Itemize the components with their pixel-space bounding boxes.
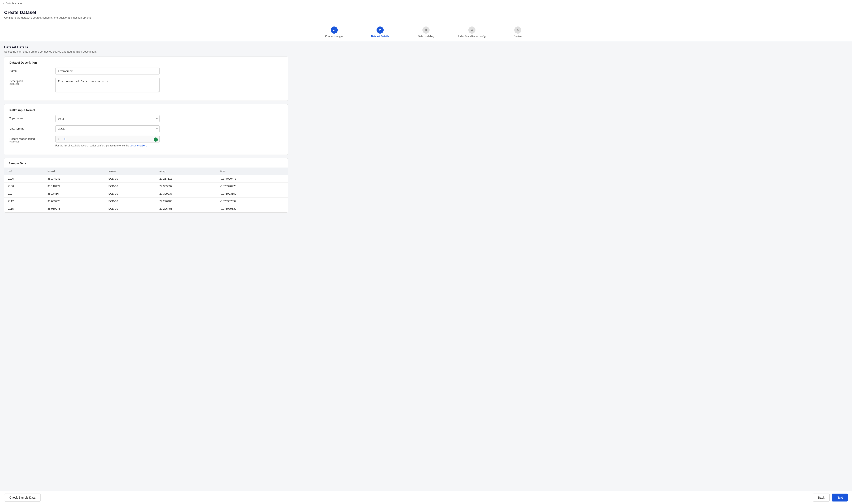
table-cell: 35.069275 [44, 205, 105, 213]
col-sensor: sensor [105, 167, 156, 175]
table-cell: -1877000478 [217, 175, 288, 182]
col-humid: humid [44, 167, 105, 175]
step-1-label: Connection type [325, 35, 343, 38]
stepper: Connection type 2 Dataset Details 3 Data… [311, 26, 541, 38]
name-input[interactable] [55, 68, 160, 74]
topic-name-select-wrapper: co_2 ▾ [55, 115, 160, 122]
col-co2: co2 [4, 167, 44, 175]
data-format-row: Data format JSON ▾ [10, 125, 283, 132]
step-5: 5 Review [495, 26, 541, 38]
table-cell: SCD-30 [105, 198, 156, 205]
table-cell: -1876979533 [217, 205, 288, 213]
table-cell: 35.069275 [44, 198, 105, 205]
table-cell: 2107 [4, 190, 44, 198]
dataset-details-subtitle: Select the right data from the connected… [4, 50, 288, 53]
description-label: Description (Optional) [10, 78, 55, 85]
sample-data-card: Sample Data co2 humid sensor temp time 2… [4, 158, 288, 213]
data-format-select[interactable]: JSON [55, 125, 160, 132]
documentation-link[interactable]: documentation. [130, 144, 147, 147]
step-3-line-left [380, 30, 426, 30]
config-valid-check-icon: ✓ [154, 138, 158, 142]
sample-data-heading: Sample Data [4, 158, 288, 167]
description-optional: (Optional) [10, 83, 55, 85]
table-cell: -1876993650 [217, 190, 288, 198]
step-2-label: Dataset Details [371, 35, 389, 38]
table-cell: 35.110474 [44, 182, 105, 190]
record-reader-editor[interactable]: 1 {} ✓ [55, 136, 160, 143]
table-cell: 27.309837 [156, 190, 217, 198]
step-5-line-left [472, 30, 518, 30]
table-row: 211535.069275SCD-3027.296486-1876979533 [4, 205, 288, 213]
topic-name-control: co_2 ▾ [55, 115, 160, 122]
record-reader-label: Record reader config (Optional) [10, 136, 55, 143]
code-content: {} [64, 138, 157, 141]
table-cell: 27.296486 [156, 205, 217, 213]
step-3: 3 Data modeling [403, 26, 449, 38]
data-format-control: JSON ▾ [55, 125, 160, 132]
table-cell: 2106 [4, 175, 44, 182]
record-reader-row: Record reader config (Optional) 1 {} ✓ F… [10, 136, 283, 147]
config-note: For the list of available record reader … [55, 144, 160, 147]
page-title: Create Dataset [4, 10, 848, 15]
table-cell: SCD-30 [105, 175, 156, 182]
main-content: Dataset Details Select the right data fr… [0, 41, 292, 233]
dataset-description-card: Dataset Description Name Description (Op… [4, 56, 288, 101]
stepper-container: Connection type 2 Dataset Details 3 Data… [0, 22, 852, 41]
step-4-line-left [426, 30, 472, 30]
table-cell: -1876998475 [217, 182, 288, 190]
step-4-label: Index & additional config [458, 35, 486, 38]
step-5-circle: 5 [514, 26, 521, 34]
table-row: 210635.110474SCD-3027.309837-1876998475 [4, 182, 288, 190]
back-link[interactable]: Data Manager [6, 2, 23, 5]
col-temp: temp [156, 167, 217, 175]
table-cell: 2112 [4, 198, 44, 205]
table-row: 210635.144043SCD-3027.267113-1877000478 [4, 175, 288, 182]
description-row: Description (Optional) Environmental Dat… [10, 78, 283, 93]
sample-data-table: co2 humid sensor temp time 210635.144043… [4, 167, 288, 212]
table-cell: 2106 [4, 182, 44, 190]
step-2-circle: 2 [376, 26, 384, 34]
line-number-1: 1 [58, 138, 61, 140]
table-header-row: co2 humid sensor temp time [4, 167, 288, 175]
table-cell: -1876987599 [217, 198, 288, 205]
kafka-input-card: Kafka input format Topic name co_2 ▾ Dat… [4, 104, 288, 155]
step-3-label: Data modeling [418, 35, 434, 38]
table-cell: 2115 [4, 205, 44, 213]
data-format-label: Data format [10, 125, 55, 130]
name-label: Name [10, 68, 55, 72]
description-input[interactable]: Environmental Data from sensors [55, 78, 160, 92]
name-row: Name [10, 68, 283, 74]
topic-name-label: Topic name [10, 115, 55, 120]
col-time: time [217, 167, 288, 175]
table-cell: 35.17456 [44, 190, 105, 198]
dataset-details-title: Dataset Details [4, 46, 288, 49]
step-5-label: Review [514, 35, 522, 38]
step-4: 4 Index & additional config [449, 26, 495, 38]
table-cell: 27.309837 [156, 182, 217, 190]
table-row: 210735.17456SCD-3027.309837-1876993650 [4, 190, 288, 198]
table-cell: SCD-30 [105, 190, 156, 198]
top-nav: ‹ Data Manager [0, 0, 852, 7]
table-cell: SCD-30 [105, 205, 156, 213]
data-format-select-wrapper: JSON ▾ [55, 125, 160, 132]
kafka-input-heading: Kafka input format [10, 108, 283, 112]
record-reader-control: 1 {} ✓ For the list of available record … [55, 136, 160, 147]
name-control [55, 68, 160, 74]
table-cell: 35.144043 [44, 175, 105, 182]
table-cell: SCD-30 [105, 182, 156, 190]
step-3-circle: 3 [423, 26, 429, 34]
step-1: Connection type [311, 26, 357, 38]
page-subtitle: Configure the dataset's source, schema, … [4, 16, 848, 19]
step-2: 2 Dataset Details [357, 26, 403, 38]
step-4-circle: 4 [468, 26, 476, 34]
back-arrow-icon: ‹ [3, 2, 4, 5]
table-cell: 27.296486 [156, 198, 217, 205]
step-1-circle [331, 26, 338, 34]
code-line-1: 1 {} [55, 136, 159, 142]
topic-name-select[interactable]: co_2 [55, 115, 160, 122]
page-header: Create Dataset Configure the dataset's s… [0, 7, 852, 22]
table-cell: 27.267113 [156, 175, 217, 182]
dataset-description-heading: Dataset Description [10, 61, 283, 64]
description-control: Environmental Data from sensors [55, 78, 160, 93]
record-reader-optional: (Optional) [10, 140, 55, 143]
